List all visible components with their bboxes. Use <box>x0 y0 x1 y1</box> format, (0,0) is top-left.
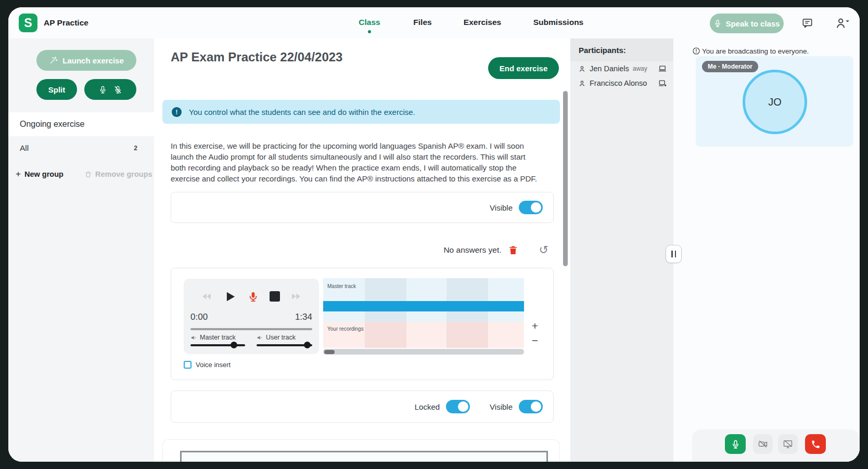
active-tab-indicator <box>368 30 371 33</box>
seek-bar[interactable] <box>190 328 312 330</box>
answer-history-button[interactable]: ↺ <box>539 244 548 256</box>
app-title: AP Practice <box>44 7 88 38</box>
remove-groups-button[interactable]: Remove groups <box>84 170 152 178</box>
mic-mute-toggle-button[interactable] <box>84 79 136 100</box>
waveform-zoom-out-button[interactable]: − <box>528 334 542 347</box>
app-logo-letter: S <box>24 16 32 30</box>
end-exercise-label: End exercise <box>500 64 548 73</box>
master-track-timeline-bar[interactable] <box>323 301 524 311</box>
master-volume-label: Master track <box>200 334 236 341</box>
audio-visibility-card: Locked Visible <box>171 390 554 423</box>
group-all-item[interactable]: All 2 <box>8 136 154 160</box>
tab-exercises[interactable]: Exercises <box>464 18 501 27</box>
account-menu-button[interactable] <box>834 16 852 30</box>
chat-bubble-icon <box>801 17 813 29</box>
speaker-icon <box>257 334 263 341</box>
camera-off-icon <box>758 439 768 449</box>
split-button[interactable]: Split <box>36 79 77 100</box>
user-volume-label: User track <box>266 334 296 341</box>
person-icon <box>578 65 586 73</box>
chat-button[interactable] <box>800 16 814 30</box>
audio-player: 0:00 1:34 Master track User track <box>184 279 319 354</box>
recordings-lane-label: Your recordings <box>327 326 364 332</box>
total-time: 1:34 <box>295 312 312 322</box>
launch-exercise-label: Launch exercise <box>62 56 124 65</box>
waveform-panel: Master track Your recordings <box>323 278 524 355</box>
voice-insert-checkbox[interactable] <box>184 361 192 369</box>
participant-row[interactable]: Francisco Alonso <box>570 76 673 90</box>
voice-insert-control[interactable]: Voice insert <box>184 361 231 369</box>
camera-off-button[interactable] <box>753 434 773 454</box>
info-banner: ! You control what the students can see … <box>162 100 560 124</box>
speak-to-class-label: Speak to class <box>725 19 780 28</box>
hang-up-button[interactable] <box>805 434 826 454</box>
tab-class[interactable]: Class <box>359 18 380 27</box>
participant-name: Jen Daniels <box>590 64 629 73</box>
next-attachment-card <box>162 439 560 462</box>
trash-icon <box>84 171 92 178</box>
play-button[interactable] <box>223 290 237 304</box>
recordings-lane: Your recordings <box>323 322 524 348</box>
mic-off-icon <box>113 85 122 94</box>
record-mic-icon[interactable] <box>247 291 259 303</box>
audio-visible-toggle[interactable] <box>519 400 543 413</box>
ongoing-exercise-label: Ongoing exercise <box>20 120 85 129</box>
avatar-initials: JO <box>768 96 782 108</box>
speaker-icon <box>190 334 197 341</box>
launch-exercise-button[interactable]: Launch exercise <box>36 50 136 71</box>
rewind-button[interactable] <box>201 291 212 302</box>
speak-to-class-button[interactable]: Speak to class <box>710 14 784 33</box>
laptop-icon <box>658 64 667 73</box>
waveform-zoom-in-button[interactable]: + <box>528 319 542 333</box>
ongoing-exercise-section[interactable]: Ongoing exercise <box>8 112 154 136</box>
broadcast-status-row: You are broadcasting to everyone. <box>692 47 809 55</box>
locked-toggle-label: Locked <box>415 402 440 411</box>
mic-on-icon <box>98 85 107 94</box>
microphone-icon <box>713 19 722 28</box>
waveform-segment <box>446 322 488 348</box>
stop-button[interactable] <box>270 291 280 302</box>
master-track-lane-lower <box>323 311 524 322</box>
user-volume-knob[interactable] <box>304 342 311 348</box>
waveform-segment <box>365 322 406 348</box>
answers-status-row: No answers yet. ↺ <box>171 241 554 259</box>
participant-row[interactable]: Jen Daniels away <box>570 61 673 76</box>
new-group-button[interactable]: + New group <box>16 169 63 179</box>
attachment-preview-frame <box>180 451 548 462</box>
plus-icon: + <box>16 169 21 179</box>
fast-forward-button[interactable] <box>290 291 302 302</box>
player-controls <box>184 285 319 308</box>
waveform-scrollbar-thumb[interactable] <box>324 350 335 354</box>
screenshare-off-button[interactable] <box>778 434 798 454</box>
description-visible-toggle[interactable] <box>519 201 543 214</box>
user-volume-label-row: User track <box>257 334 296 341</box>
master-track-lane: Master track <box>323 278 524 301</box>
info-icon: ! <box>172 107 182 117</box>
master-track-lane-label: Master track <box>327 283 356 289</box>
delete-answers-button[interactable] <box>508 245 518 255</box>
call-mic-button[interactable] <box>725 434 746 454</box>
visible-toggle-label: Visible <box>490 203 513 212</box>
master-volume-label-row: Master track <box>190 334 236 341</box>
resize-grip-icon <box>671 251 673 257</box>
tab-files[interactable]: Files <box>413 18 431 27</box>
microphone-icon <box>731 439 741 449</box>
master-volume-knob[interactable] <box>231 342 237 348</box>
info-banner-text: You control what the students can see an… <box>189 108 415 116</box>
split-label: Split <box>48 85 66 94</box>
audio-locked-toggle[interactable] <box>446 400 470 413</box>
main-scrollbar-thumb[interactable] <box>563 91 568 266</box>
end-exercise-button[interactable]: End exercise <box>488 57 559 79</box>
info-circle-icon <box>692 47 700 55</box>
participants-header: Participants: <box>570 38 673 61</box>
audio-exercise-card: 0:00 1:34 Master track User track <box>171 268 554 380</box>
description-visibility-card: Visible <box>171 192 554 223</box>
screenshare-off-icon <box>783 439 793 449</box>
magic-wand-icon <box>49 56 58 65</box>
panel-resize-handle[interactable] <box>666 245 682 263</box>
group-all-label: All <box>20 144 29 153</box>
group-all-count-badge: 2 <box>134 145 137 152</box>
tab-submissions[interactable]: Submissions <box>533 18 583 27</box>
participant-name: Francisco Alonso <box>590 79 647 87</box>
laptop-notification-icon <box>658 79 667 88</box>
